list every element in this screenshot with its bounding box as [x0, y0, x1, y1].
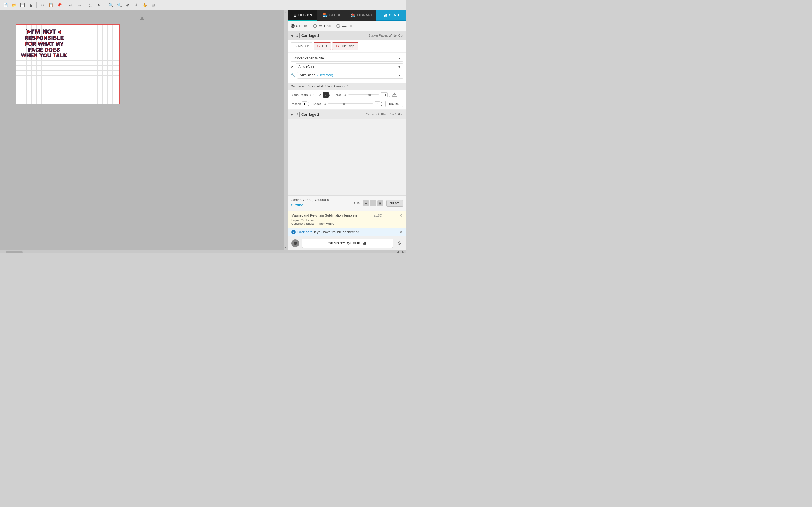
queue-condition: Condition: Sticker Paper, White — [291, 222, 403, 225]
open-button[interactable]: 📂 — [10, 1, 17, 9]
zoom-out-button[interactable]: 🔍 — [116, 1, 123, 9]
connection-link[interactable]: Click here — [297, 230, 312, 234]
undo-button[interactable]: ↩ — [67, 1, 74, 9]
force-value: 14 — [380, 93, 388, 98]
simple-radio[interactable] — [291, 24, 295, 28]
passes-down[interactable]: ▼ — [308, 104, 310, 107]
mode-fill[interactable]: ▬ Fill — [336, 23, 352, 29]
cut-edge-label: Cut Edge — [341, 44, 355, 48]
scroll-up-btn[interactable]: ▲ — [285, 11, 287, 14]
carriage-1-header[interactable]: ◀ 1 Carriage 1 Sticker Paper, White: Cut — [288, 31, 406, 40]
material-blade-select[interactable]: AutoBlade (Detected) ▼ — [297, 72, 403, 78]
device-time: 1:15 — [354, 202, 359, 205]
speed-spinners[interactable]: ▲ ▼ — [380, 101, 383, 107]
delete-button[interactable]: ✕ — [96, 1, 103, 9]
scroll-left-btn[interactable]: ◀ — [395, 250, 400, 253]
material-action-row: ✂ Auto (Cut) ▼ — [291, 63, 403, 70]
nav-cross-btn[interactable]: ✛ — [370, 200, 376, 207]
nav-tabs: ⊞ DESIGN 🏪 STORE 📚 LIBRARY 🖨 SEND — [288, 10, 406, 21]
blade-decrement[interactable]: ◂ — [309, 93, 311, 97]
carriage-1-num: 1 — [295, 33, 300, 38]
speed-track[interactable] — [328, 103, 373, 105]
speed-up[interactable]: ▲ — [380, 101, 383, 104]
nav-right-btn[interactable]: ▣ — [377, 200, 384, 207]
tab-design-label: DESIGN — [298, 13, 312, 17]
no-cut-button[interactable]: ○ No Cut — [291, 42, 312, 50]
no-cut-label: No Cut — [298, 44, 308, 48]
settings-gear[interactable]: ⚙ — [396, 240, 403, 247]
copy-button[interactable]: 📋 — [47, 1, 54, 9]
force-track[interactable] — [349, 94, 379, 96]
canvas-right-scrollbar[interactable]: ▲ ▼ — [284, 10, 288, 250]
cut-button-action[interactable]: ✂ Cut — [313, 42, 331, 50]
material-name-select[interactable]: Sticker Paper, White ▼ — [291, 55, 403, 62]
select-button[interactable]: ⬚ — [87, 1, 94, 9]
force-slider-min-icon[interactable]: ▲ — [343, 93, 347, 97]
blade-nums: 1 2 3 — [311, 92, 329, 98]
print-button[interactable]: 🖨 — [27, 1, 35, 9]
zoom-in-button[interactable]: 🔍 — [107, 1, 114, 9]
scroll-right-btn[interactable]: ▶ — [400, 250, 406, 253]
cut-edge-button[interactable]: ✂ Cut Edge — [332, 42, 358, 50]
force-up[interactable]: ▲ — [388, 93, 390, 95]
speed-thumb[interactable] — [343, 103, 345, 105]
blade-depth-stepper[interactable]: ◂ 1 2 3 ▸ — [309, 92, 331, 98]
tab-store[interactable]: 🏪 STORE — [317, 10, 347, 21]
carriage-1-section: ◀ 1 Carriage 1 Sticker Paper, White: Cut… — [288, 31, 406, 110]
passes-up[interactable]: ▲ — [308, 101, 310, 104]
queue-close-button[interactable]: ✕ — [399, 213, 403, 218]
line-label: Line — [324, 24, 331, 28]
send-to-queue-button[interactable]: SEND TO QUEUE 🖨 — [302, 238, 393, 248]
main-area: ▲ ➤I'M NOT◄ RESPONSIBLE FOR WHAT MY FACE… — [0, 10, 406, 250]
scroll-down-btn[interactable]: ▼ — [285, 246, 287, 249]
paste-button[interactable]: 📌 — [56, 1, 63, 9]
passes-label: Passes — [291, 102, 301, 106]
fill-radio[interactable] — [336, 24, 340, 28]
color-swatch[interactable] — [399, 93, 403, 97]
tab-design[interactable]: ⊞ DESIGN — [288, 10, 317, 21]
nav-left-btn[interactable]: ◀ — [363, 200, 369, 207]
tab-library[interactable]: 📚 LIBRARY — [347, 10, 377, 21]
scrollbar-thumb[interactable] — [6, 251, 22, 253]
force-down[interactable]: ▼ — [388, 95, 390, 98]
new-button[interactable]: 📄 — [2, 1, 9, 9]
blade-increment[interactable]: ▸ — [329, 93, 331, 97]
connection-close-button[interactable]: ✕ — [399, 230, 403, 234]
add-button[interactable]: ⊞ — [149, 1, 157, 9]
passes-spinners[interactable]: ▲ ▼ — [308, 101, 310, 107]
speed-down[interactable]: ▼ — [380, 104, 383, 107]
fill-icon: ▬ — [342, 23, 346, 29]
library-icon: 📚 — [350, 13, 356, 17]
download-button[interactable]: ⬇ — [133, 1, 140, 9]
device-status: Cutting — [291, 203, 351, 207]
tab-send[interactable]: 🖨 SEND — [376, 10, 406, 21]
design-line-1: ➤I'M NOT◄ — [19, 28, 70, 35]
pan-button[interactable]: ✋ — [141, 1, 148, 9]
force-thumb[interactable] — [368, 94, 371, 96]
speed-slider-min-icon[interactable]: ▲ — [323, 102, 327, 106]
mode-simple[interactable]: Simple — [291, 24, 307, 28]
bottom-scrollbar[interactable]: ◀ ▶ — [0, 250, 406, 253]
send-footer: 🎓 SEND TO QUEUE 🖨 ⚙ — [288, 236, 406, 250]
force-spinners[interactable]: ▲ ▼ — [388, 93, 390, 98]
carriage-2-header[interactable]: ▶ 2 Carriage 2 Cardstock, Plain: No Acti… — [288, 110, 406, 119]
zoom-fit-button[interactable]: ⊕ — [124, 1, 132, 9]
save-button[interactable]: 💾 — [18, 1, 26, 9]
blade-1[interactable]: 1 — [311, 92, 317, 98]
material-action-select[interactable]: Auto (Cut) ▼ — [296, 63, 403, 70]
blade-2[interactable]: 2 — [317, 92, 323, 98]
mat-grid: ➤I'M NOT◄ RESPONSIBLE FOR WHAT MY FACE D… — [16, 25, 119, 104]
cut-button[interactable]: ✂ — [39, 1, 46, 9]
material-blade-row: 🔧 AutoBlade (Detected) ▼ — [291, 72, 403, 78]
mode-line[interactable]: ▭ Line — [313, 23, 331, 29]
line-radio[interactable] — [313, 24, 317, 28]
canvas-area[interactable]: ▲ ➤I'M NOT◄ RESPONSIBLE FOR WHAT MY FACE… — [0, 10, 284, 250]
test-button[interactable]: TEST — [386, 200, 403, 207]
more-button[interactable]: MORE — [386, 101, 403, 107]
right-panel: ⊞ DESIGN 🏪 STORE 📚 LIBRARY 🖨 SEND — [288, 10, 406, 250]
design-icon: ⊞ — [293, 13, 297, 17]
speed-value-area: 8 ▲ ▼ — [375, 101, 383, 107]
redo-button[interactable]: ↪ — [75, 1, 83, 9]
learn-icon[interactable]: 🎓 — [291, 239, 299, 247]
blade-3[interactable]: 3 — [323, 92, 329, 98]
